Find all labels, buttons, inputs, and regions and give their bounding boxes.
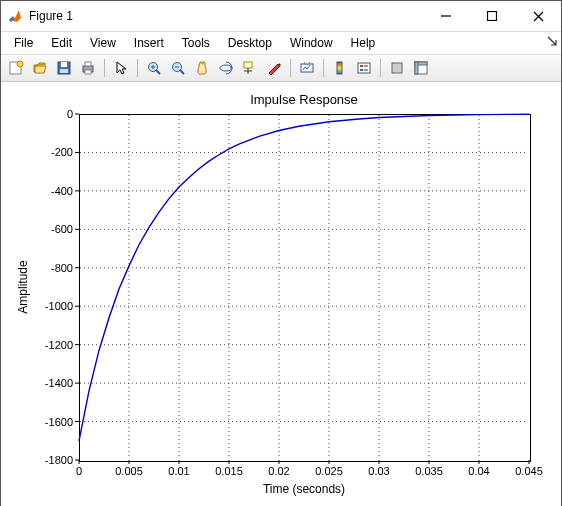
pointer-icon[interactable] xyxy=(110,57,132,79)
toolbar-separator xyxy=(104,59,105,77)
x-tick-label: 0.04 xyxy=(468,465,489,477)
rotate3d-icon[interactable] xyxy=(215,57,237,79)
open-icon[interactable] xyxy=(29,57,51,79)
svg-rect-1 xyxy=(488,12,497,21)
svg-rect-20 xyxy=(244,62,252,68)
x-tick-label: 0.035 xyxy=(415,465,443,477)
dock-corner-icon[interactable] xyxy=(547,35,557,49)
y-tick-label: -1600 xyxy=(45,416,73,428)
svg-line-13 xyxy=(156,70,160,74)
plot-canvas[interactable]: Impulse Response00.0050.010.0150.020.025… xyxy=(1,82,561,506)
x-tick-label: 0.01 xyxy=(168,465,189,477)
x-tick-label: 0.025 xyxy=(315,465,343,477)
menubar: File Edit View Insert Tools Desktop Wind… xyxy=(1,32,561,54)
y-axis-label: Amplitude xyxy=(16,260,30,313)
titlebar: Figure 1 xyxy=(1,1,561,32)
maximize-button[interactable] xyxy=(469,1,515,31)
toolbar-separator xyxy=(137,59,138,77)
y-tick-label: -1800 xyxy=(45,454,73,466)
menu-tools[interactable]: Tools xyxy=(173,34,219,52)
svg-rect-25 xyxy=(358,63,370,73)
y-tick-label: -1000 xyxy=(45,300,73,312)
hide-plot-tools-icon[interactable] xyxy=(386,57,408,79)
svg-rect-33 xyxy=(415,62,418,74)
minimize-button[interactable] xyxy=(423,1,469,31)
x-tick-label: 0.02 xyxy=(268,465,289,477)
zoom-out-icon[interactable] xyxy=(167,57,189,79)
svg-line-17 xyxy=(180,70,184,74)
y-tick-label: -1200 xyxy=(45,339,73,351)
print-icon[interactable] xyxy=(77,57,99,79)
link-plot-icon[interactable] xyxy=(296,57,318,79)
menu-edit[interactable]: Edit xyxy=(42,34,81,52)
svg-point-5 xyxy=(17,61,23,67)
y-tick-label: -600 xyxy=(51,223,73,235)
figure-area: Impulse Response00.0050.010.0150.020.025… xyxy=(1,82,561,505)
insert-legend-icon[interactable] xyxy=(353,57,375,79)
series-line xyxy=(79,114,529,441)
svg-rect-30 xyxy=(392,63,402,73)
save-icon[interactable] xyxy=(53,57,75,79)
toolbar-separator xyxy=(323,59,324,77)
svg-rect-8 xyxy=(60,69,68,73)
menu-insert[interactable]: Insert xyxy=(125,34,173,52)
zoom-in-icon[interactable] xyxy=(143,57,165,79)
menu-desktop[interactable]: Desktop xyxy=(219,34,281,52)
svg-rect-11 xyxy=(85,70,91,74)
svg-rect-7 xyxy=(61,62,67,67)
close-button[interactable] xyxy=(515,1,561,31)
window-title: Figure 1 xyxy=(29,9,73,23)
x-tick-label: 0.03 xyxy=(368,465,389,477)
svg-rect-10 xyxy=(85,62,91,66)
y-tick-label: -1400 xyxy=(45,377,73,389)
pan-icon[interactable] xyxy=(191,57,213,79)
brush-icon[interactable] xyxy=(263,57,285,79)
menu-view[interactable]: View xyxy=(81,34,125,52)
toolbar-separator xyxy=(290,59,291,77)
x-tick-label: 0.015 xyxy=(215,465,243,477)
y-tick-label: -800 xyxy=(51,262,73,274)
figure-window: Figure 1 File Edit View Insert Tools Des… xyxy=(0,0,562,506)
y-tick-label: -400 xyxy=(51,185,73,197)
show-plot-tools-icon[interactable] xyxy=(410,57,432,79)
menu-help[interactable]: Help xyxy=(342,34,385,52)
x-tick-label: 0.045 xyxy=(515,465,543,477)
menu-file[interactable]: File xyxy=(5,34,42,52)
svg-rect-24 xyxy=(337,62,342,74)
x-axis-label: Time (seconds) xyxy=(263,482,345,496)
insert-colorbar-icon[interactable] xyxy=(329,57,351,79)
y-tick-label: -200 xyxy=(51,146,73,158)
x-tick-label: 0 xyxy=(76,465,82,477)
y-tick-label: 0 xyxy=(67,108,73,120)
menu-window[interactable]: Window xyxy=(281,34,342,52)
toolbar xyxy=(1,54,561,82)
window-controls xyxy=(423,1,561,31)
x-tick-label: 0.005 xyxy=(115,465,143,477)
new-figure-icon[interactable] xyxy=(5,57,27,79)
data-cursor-icon[interactable] xyxy=(239,57,261,79)
matlab-logo-icon xyxy=(7,8,23,24)
toolbar-separator xyxy=(380,59,381,77)
plot-svg xyxy=(1,82,561,506)
